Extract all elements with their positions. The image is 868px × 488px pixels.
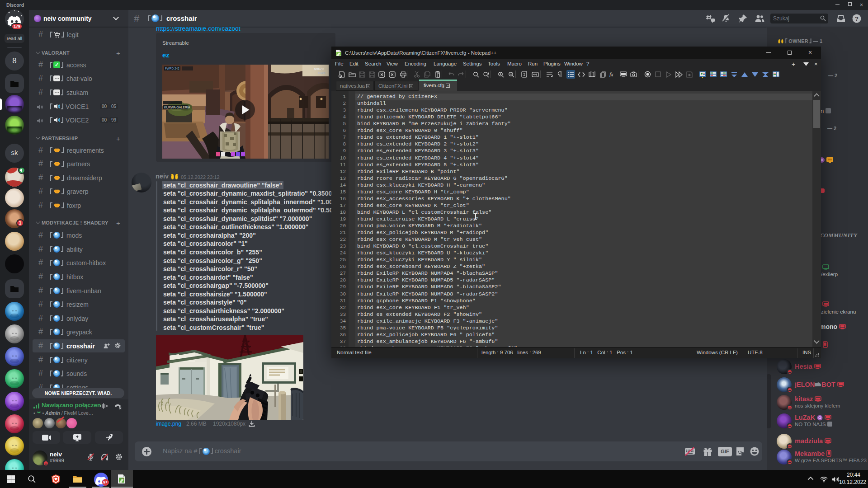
svg-text:KURWA GALERIA: KURWA GALERIA xyxy=(164,106,190,109)
svg-text:FWPD 242: FWPD 242 xyxy=(165,67,179,70)
svg-text:fx: fx xyxy=(609,71,613,77)
svg-text:?: ? xyxy=(855,15,859,22)
svg-text:$9679: $9679 xyxy=(314,67,324,71)
svg-text:104%: 104% xyxy=(318,71,326,75)
